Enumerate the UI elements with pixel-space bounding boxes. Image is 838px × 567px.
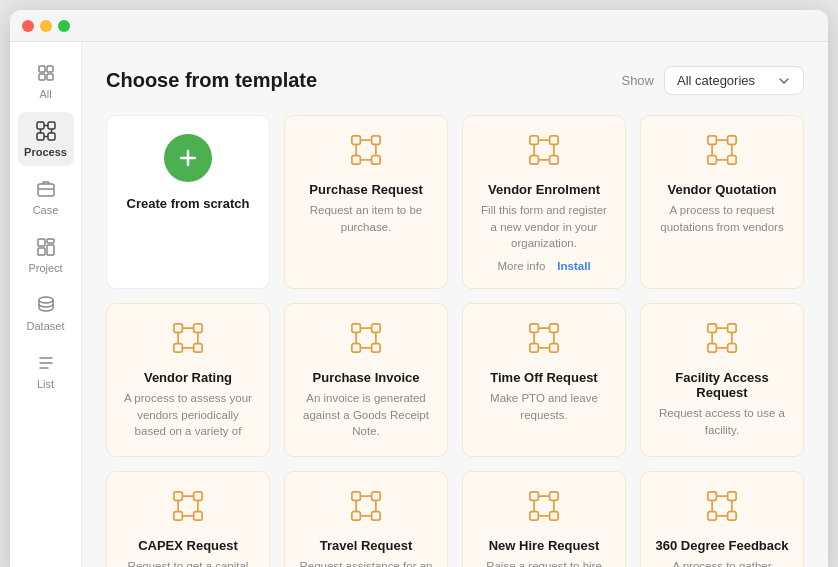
- card-time-off-request[interactable]: Time Off Request Make PTO and leave requ…: [462, 303, 626, 457]
- minimize-btn[interactable]: [40, 20, 52, 32]
- sidebar-label-all: All: [39, 88, 51, 100]
- svg-rect-1: [47, 66, 53, 72]
- svg-rect-51: [194, 344, 202, 352]
- page-title: Choose from template: [106, 69, 317, 92]
- card-title: Vendor Rating: [144, 370, 232, 385]
- header-right: Show All categories: [621, 66, 804, 95]
- main-header: Choose from template Show All categories: [106, 66, 804, 95]
- card-title: CAPEX Request: [138, 538, 238, 553]
- svg-rect-90: [352, 512, 360, 520]
- svg-rect-25: [372, 136, 380, 144]
- template-grid: Create from scratch Purchase Request Req…: [106, 115, 804, 567]
- close-btn[interactable]: [22, 20, 34, 32]
- card-purchase-request[interactable]: Purchase Request Request an item to be p…: [284, 115, 448, 289]
- svg-rect-64: [530, 324, 538, 332]
- svg-rect-105: [728, 492, 736, 500]
- sidebar-item-project[interactable]: Project: [18, 228, 74, 282]
- svg-rect-91: [372, 512, 380, 520]
- svg-rect-7: [48, 133, 55, 140]
- template-icon: [172, 490, 204, 526]
- svg-rect-14: [38, 239, 45, 246]
- svg-rect-96: [530, 492, 538, 500]
- svg-rect-106: [708, 512, 716, 520]
- svg-rect-4: [37, 122, 44, 129]
- template-icon: [706, 322, 738, 358]
- card-travel-request[interactable]: Travel Request Request assistance for an…: [284, 471, 448, 567]
- card-vendor-rating[interactable]: Vendor Rating A process to assess your v…: [106, 303, 270, 457]
- svg-rect-98: [530, 512, 538, 520]
- svg-rect-6: [37, 133, 44, 140]
- svg-rect-66: [530, 344, 538, 352]
- svg-rect-12: [38, 184, 54, 196]
- show-label: Show: [621, 73, 654, 88]
- svg-rect-43: [728, 156, 736, 164]
- category-label: All categories: [677, 73, 755, 88]
- card-description: Request access to use a facility.: [655, 405, 789, 438]
- card-purchase-invoice[interactable]: Purchase Invoice An invoice is generated…: [284, 303, 448, 457]
- card-vendor-enrolment[interactable]: Vendor Enrolment Fill this form and regi…: [462, 115, 626, 289]
- card-capex-request[interactable]: CAPEX Request Request to get a capital e…: [106, 471, 270, 567]
- svg-rect-40: [708, 136, 716, 144]
- svg-rect-97: [550, 492, 558, 500]
- card-create-scratch[interactable]: Create from scratch: [106, 115, 270, 289]
- install-button[interactable]: Install: [557, 260, 590, 272]
- svg-rect-56: [352, 324, 360, 332]
- card-360-feedback[interactable]: 360 Degree Feedback A process to gather …: [640, 471, 804, 567]
- app-body: All Process: [10, 42, 828, 567]
- card-title: Facility Access Request: [655, 370, 789, 400]
- template-icon: [528, 490, 560, 526]
- template-icon: [706, 134, 738, 170]
- card-title: Purchase Request: [309, 182, 422, 197]
- card-vendor-quotation[interactable]: Vendor Quotation A process to request qu…: [640, 115, 804, 289]
- card-footer: More info Install: [497, 260, 590, 272]
- svg-rect-24: [352, 136, 360, 144]
- svg-rect-58: [352, 344, 360, 352]
- list-icon: [35, 352, 57, 374]
- card-facility-access[interactable]: Facility Access Request Request access t…: [640, 303, 804, 457]
- svg-rect-73: [728, 324, 736, 332]
- svg-rect-34: [530, 156, 538, 164]
- svg-rect-16: [47, 239, 54, 243]
- sidebar-label-process: Process: [24, 146, 67, 158]
- template-icon: [350, 134, 382, 170]
- sidebar-label-case: Case: [33, 204, 59, 216]
- svg-rect-26: [352, 156, 360, 164]
- more-info-link[interactable]: More info: [497, 260, 545, 272]
- dataset-icon: [35, 294, 57, 316]
- card-description: Fill this form and register a new vendor…: [477, 202, 611, 252]
- svg-rect-89: [372, 492, 380, 500]
- titlebar: [10, 10, 828, 42]
- sidebar-item-list[interactable]: List: [18, 344, 74, 398]
- card-title: 360 Degree Feedback: [656, 538, 789, 553]
- sidebar-item-process[interactable]: Process: [18, 112, 74, 166]
- create-plus-icon: [164, 134, 212, 182]
- svg-rect-15: [38, 248, 45, 255]
- case-icon: [35, 178, 57, 200]
- project-icon: [35, 236, 57, 258]
- maximize-btn[interactable]: [58, 20, 70, 32]
- card-description: A process to request quotations from ven…: [655, 202, 789, 235]
- svg-rect-41: [728, 136, 736, 144]
- sidebar-item-case[interactable]: Case: [18, 170, 74, 224]
- template-icon: [528, 134, 560, 170]
- svg-rect-83: [194, 512, 202, 520]
- svg-rect-33: [550, 136, 558, 144]
- svg-rect-65: [550, 324, 558, 332]
- card-title: Create from scratch: [127, 196, 250, 211]
- card-description: An invoice is generated against a Goods …: [299, 390, 433, 440]
- card-new-hire-request[interactable]: New Hire Request Raise a request to hire…: [462, 471, 626, 567]
- sidebar-item-dataset[interactable]: Dataset: [18, 286, 74, 340]
- svg-rect-2: [39, 74, 45, 80]
- svg-rect-104: [708, 492, 716, 500]
- svg-rect-35: [550, 156, 558, 164]
- card-description: Request assistance for an upcoming trave…: [299, 558, 433, 567]
- svg-rect-59: [372, 344, 380, 352]
- plus-icon: [176, 146, 200, 170]
- template-icon: [528, 322, 560, 358]
- category-dropdown[interactable]: All categories: [664, 66, 804, 95]
- sidebar-item-all[interactable]: All: [18, 54, 74, 108]
- template-icon: [706, 490, 738, 526]
- template-icon: [350, 322, 382, 358]
- svg-rect-32: [530, 136, 538, 144]
- process-icon: [35, 120, 57, 142]
